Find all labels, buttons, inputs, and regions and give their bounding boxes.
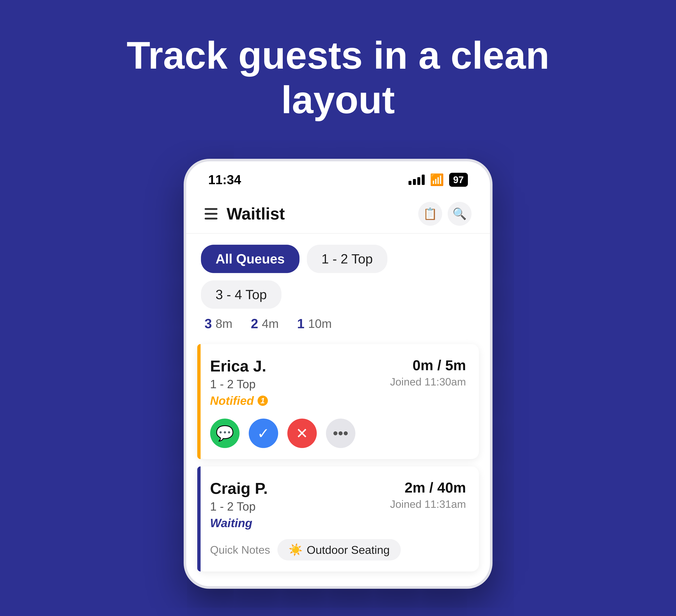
tab-3-4-top[interactable]: 3 - 4 Top [201, 280, 282, 309]
stat-group-all: 3 8m [205, 316, 233, 331]
message-icon: 💬 [216, 425, 234, 442]
stat-count-3-4: 1 [297, 316, 304, 331]
quick-notes-label: Quick Notes [210, 544, 270, 556]
hamburger-line [205, 213, 218, 215]
timing-joined-craig: Joined 11:31am [390, 498, 466, 510]
queue-stats: 3 8m 2 4m 1 10m [201, 316, 475, 331]
queue-tabs: All Queues 1 - 2 Top 3 - 4 Top 3 8m 2 4m… [186, 234, 490, 337]
guest-name-craig: Craig P. [210, 479, 268, 498]
header-left: Waitlist [205, 204, 285, 223]
stat-count-1-2: 2 [251, 316, 258, 331]
quick-note-text: Outdoor Seating [307, 543, 390, 556]
guest-party-craig: 1 - 2 Top [210, 500, 268, 513]
status-time: 11:34 [208, 172, 241, 187]
confirm-button-erica[interactable]: ✓ [249, 419, 278, 448]
app-header: Waitlist 📋 🔍 [186, 193, 490, 234]
search-button[interactable]: 🔍 [448, 202, 471, 226]
card-top-row-craig: Craig P. 1 - 2 Top Waiting 2m / 40m Join… [210, 479, 466, 530]
guest-status-craig: Waiting [210, 516, 268, 530]
stat-group-3-4: 1 10m [297, 316, 332, 331]
hamburger-icon[interactable] [205, 208, 218, 219]
message-button-erica[interactable]: 💬 [210, 419, 239, 448]
tabs-row: All Queues 1 - 2 Top 3 - 4 Top [201, 245, 475, 309]
wifi-icon: 📶 [430, 173, 444, 187]
page-headline: Track guests in a clean layout [127, 33, 549, 122]
more-button-erica[interactable]: ••• [326, 419, 355, 448]
guest-timing-erica: 0m / 5m Joined 11:30am [390, 357, 466, 388]
clipboard-button[interactable]: 📋 [418, 202, 442, 226]
signal-icon [408, 174, 425, 185]
status-icons: 📶 97 [408, 173, 468, 187]
quick-note-chip[interactable]: ☀️ Outdoor Seating [277, 539, 401, 560]
sun-icon: ☀️ [288, 543, 302, 556]
card-top-row-erica: Erica J. 1 - 2 Top Notified 1 0m / 5m Jo… [210, 357, 466, 408]
guest-card-craig: Craig P. 1 - 2 Top Waiting 2m / 40m Join… [197, 466, 479, 571]
guest-party-erica: 1 - 2 Top [210, 377, 268, 391]
quick-notes-row: Quick Notes ☀️ Outdoor Seating [210, 539, 466, 560]
guest-status-label-erica: Notified [210, 394, 254, 408]
cancel-button-erica[interactable]: ✕ [287, 419, 317, 448]
stat-time-1-2: 4m [262, 317, 279, 330]
hamburger-line [205, 218, 218, 219]
cards-section: Erica J. 1 - 2 Top Notified 1 0m / 5m Jo… [186, 337, 490, 571]
timing-main-craig: 2m / 40m [390, 479, 466, 496]
phone-mockup: 11:34 📶 97 Waitlist 📋 [184, 159, 493, 589]
stat-time-all: 8m [216, 317, 233, 330]
guest-info-erica: Erica J. 1 - 2 Top Notified 1 [210, 357, 268, 408]
stat-group-1-2: 2 4m [251, 316, 279, 331]
guest-info-craig: Craig P. 1 - 2 Top Waiting [210, 479, 268, 530]
timing-main-erica: 0m / 5m [390, 357, 466, 374]
tab-1-2-top[interactable]: 1 - 2 Top [307, 245, 388, 273]
x-icon: ✕ [296, 425, 308, 442]
headline-line2: layout [281, 78, 395, 121]
app-title: Waitlist [227, 204, 285, 223]
card-actions-erica: 💬 ✓ ✕ ••• [210, 419, 466, 448]
clipboard-icon: 📋 [423, 207, 437, 220]
checkmark-icon: ✓ [257, 425, 270, 442]
status-bar: 11:34 📶 97 [186, 161, 490, 193]
hamburger-line [205, 208, 218, 210]
tab-all-queues[interactable]: All Queues [201, 245, 299, 273]
headline-line1: Track guests in a clean [127, 34, 549, 77]
guest-name-erica: Erica J. [210, 357, 268, 375]
header-buttons: 📋 🔍 [418, 202, 471, 226]
search-icon: 🔍 [452, 207, 467, 220]
stat-time-3-4: 10m [308, 317, 332, 330]
timing-joined-erica: Joined 11:30am [390, 375, 466, 388]
guest-card-erica: Erica J. 1 - 2 Top Notified 1 0m / 5m Jo… [197, 344, 479, 459]
more-dots-icon: ••• [333, 425, 348, 442]
guest-timing-craig: 2m / 40m Joined 11:31am [390, 479, 466, 510]
guest-status-erica: Notified 1 [210, 394, 268, 408]
notif-badge-erica: 1 [258, 396, 268, 406]
stat-count-all: 3 [205, 316, 212, 331]
battery-badge: 97 [449, 173, 468, 187]
